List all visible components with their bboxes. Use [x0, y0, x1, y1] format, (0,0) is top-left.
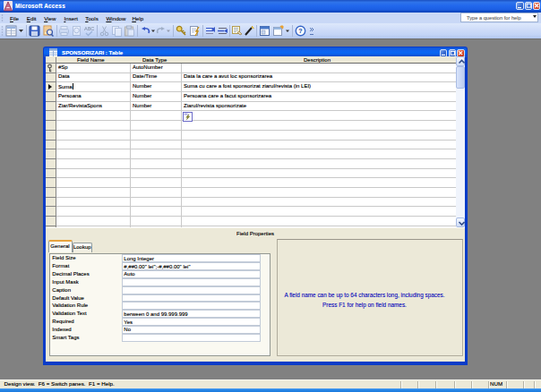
svg-text:ABC: ABC: [84, 26, 94, 31]
svg-text:?: ?: [298, 28, 302, 34]
